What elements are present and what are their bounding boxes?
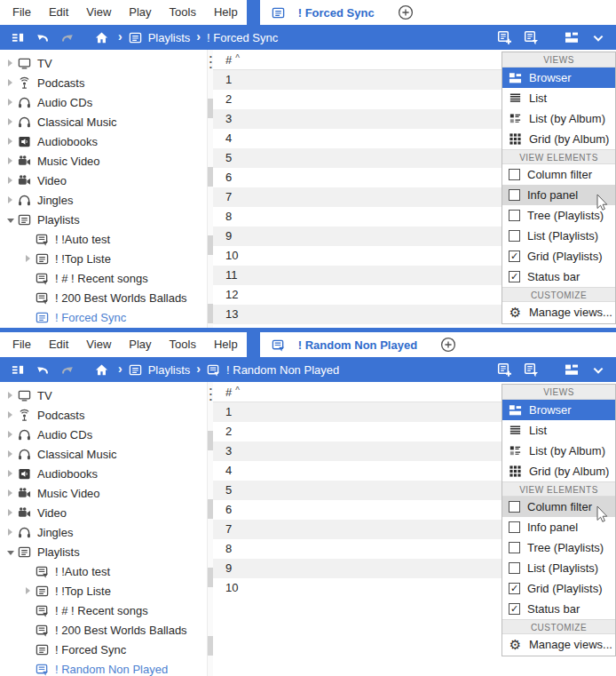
toggle-column-filter[interactable]: Column filter: [502, 164, 615, 185]
redo-button[interactable]: [57, 27, 78, 48]
sidebar-item-recent-songs[interactable]: ! # ! Recent songs: [0, 600, 207, 620]
undo-button[interactable]: [32, 27, 53, 48]
menu-help[interactable]: Help: [205, 0, 247, 25]
checkbox-unchecked[interactable]: [509, 562, 520, 574]
sidebar-item-podcasts[interactable]: Podcasts: [0, 405, 207, 425]
expand-icon[interactable]: [4, 431, 17, 438]
sidebar-item-jingles[interactable]: Jingles: [0, 190, 207, 210]
sidebar-item-forced-sync[interactable]: ! Forced Sync: [0, 307, 207, 327]
toggle-status-bar[interactable]: Status bar: [502, 266, 615, 287]
toggle-column-filter[interactable]: Column filter: [502, 497, 615, 517]
checkbox-unchecked[interactable]: [509, 521, 520, 533]
view-option-grid-by-album[interactable]: Grid (by Album): [502, 129, 615, 149]
expand-icon[interactable]: [4, 489, 17, 497]
expand-icon[interactable]: [4, 157, 17, 164]
sidebar-item-video[interactable]: Video: [0, 503, 207, 522]
sidebar-item-podcasts[interactable]: Podcasts: [0, 73, 207, 92]
view-option-list[interactable]: List: [502, 420, 615, 441]
expand-icon[interactable]: [4, 411, 17, 418]
expand-icon[interactable]: [4, 529, 17, 536]
filter-playlist-button[interactable]: [520, 27, 541, 48]
toggle-grid-playlists[interactable]: Grid (Playlists): [502, 246, 615, 266]
checkbox-checked[interactable]: [509, 603, 520, 615]
menu-help[interactable]: Help: [205, 332, 247, 357]
sidebar-item-audio-cds[interactable]: Audio CDs: [0, 92, 207, 112]
menu-play[interactable]: Play: [120, 0, 160, 25]
toggle-list-playlists[interactable]: List (Playlists): [502, 558, 615, 578]
breadcrumb-current[interactable]: ! Random Non Played: [226, 363, 339, 377]
sidebar-item-playlists[interactable]: Playlists: [0, 210, 207, 229]
home-icon[interactable]: [91, 359, 112, 380]
sidebar-item-200-best[interactable]: ! 200 Best Worlds Ballads: [0, 620, 207, 640]
toggle-info-panel[interactable]: Info panel: [502, 185, 615, 205]
sidebar-item-random-non-played[interactable]: ! Random Non Played: [0, 659, 207, 676]
splitter-grip-icon[interactable]: [208, 386, 214, 402]
tree-list-splitter[interactable]: [207, 50, 213, 328]
expand-icon[interactable]: [4, 470, 17, 477]
tree-list-splitter[interactable]: [207, 382, 213, 676]
checkbox-checked[interactable]: [509, 251, 520, 262]
menu-edit[interactable]: Edit: [40, 332, 77, 357]
new-tab-button[interactable]: [397, 4, 415, 21]
menu-edit[interactable]: Edit: [40, 0, 77, 25]
expand-icon[interactable]: [4, 509, 17, 516]
menu-tools[interactable]: Tools: [161, 0, 205, 25]
sidebar-item-classical-music[interactable]: Classical Music: [0, 444, 207, 464]
tab-random-non-played[interactable]: ! Random Non Played: [260, 332, 429, 357]
checkbox-unchecked[interactable]: [509, 189, 520, 201]
send-to-playlist-button[interactable]: [494, 359, 515, 380]
breadcrumb-playlists[interactable]: Playlists: [148, 31, 191, 44]
sidebar-item-music-video[interactable]: Music Video: [0, 151, 207, 171]
expand-icon[interactable]: [4, 138, 17, 145]
expand-icon[interactable]: [4, 392, 17, 399]
checkbox-checked[interactable]: [509, 271, 520, 282]
home-icon[interactable]: [91, 27, 112, 48]
view-options-chevron-button[interactable]: [588, 27, 609, 48]
sidebar-item-playlists[interactable]: Playlists: [0, 542, 207, 561]
expand-icon[interactable]: [21, 587, 35, 594]
redo-button[interactable]: [57, 359, 78, 380]
view-layout-button[interactable]: [561, 27, 582, 48]
sidebar-item-200-best[interactable]: ! 200 Best Worlds Ballads: [0, 288, 207, 307]
expand-icon[interactable]: [4, 196, 17, 203]
new-tab-button[interactable]: [439, 336, 457, 354]
view-option-list-by-album[interactable]: List (by Album): [502, 441, 615, 461]
tab-forced-sync[interactable]: ! Forced Sync: [260, 0, 386, 25]
sidebar-item-classical-music[interactable]: Classical Music: [0, 112, 207, 131]
undo-button[interactable]: [32, 359, 53, 380]
expand-icon[interactable]: [21, 255, 35, 262]
sidebar-item-auto-test[interactable]: ! !Auto test: [0, 561, 207, 581]
sidebar-item-music-video[interactable]: Music Video: [0, 483, 207, 503]
toggle-tree-playlists[interactable]: Tree (Playlists): [502, 537, 615, 558]
expand-icon[interactable]: [4, 99, 17, 106]
breadcrumb-current[interactable]: ! Forced Sync: [207, 31, 278, 44]
send-to-playlist-button[interactable]: [494, 27, 515, 48]
sidebar-item-recent-songs[interactable]: ! # ! Recent songs: [0, 268, 207, 288]
checkbox-unchecked[interactable]: [509, 230, 520, 242]
splitter-grip-icon[interactable]: [208, 53, 214, 69]
collapse-icon[interactable]: [4, 217, 17, 223]
expand-icon[interactable]: [4, 177, 17, 184]
view-option-grid-by-album[interactable]: Grid (by Album): [502, 461, 615, 481]
view-option-browser[interactable]: Browser: [502, 400, 615, 420]
checkbox-unchecked[interactable]: [509, 169, 520, 180]
menu-file[interactable]: File: [4, 332, 40, 357]
sidebar-item-audio-cds[interactable]: Audio CDs: [0, 425, 207, 444]
manage-views-button[interactable]: ⚙Manage views...: [502, 302, 615, 322]
sidebar-item-forced-sync[interactable]: ! Forced Sync: [0, 640, 207, 659]
sidebar-toggle-button[interactable]: [7, 27, 28, 48]
checkbox-unchecked[interactable]: [509, 542, 520, 553]
manage-views-button[interactable]: ⚙Manage views...: [502, 634, 615, 655]
sidebar-item-auto-test[interactable]: ! !Auto test: [0, 229, 207, 249]
toggle-grid-playlists[interactable]: Grid (Playlists): [502, 578, 615, 599]
view-option-list[interactable]: List: [502, 88, 615, 108]
toggle-list-playlists[interactable]: List (Playlists): [502, 226, 615, 246]
filter-playlist-button[interactable]: [520, 359, 541, 380]
collapse-icon[interactable]: [4, 549, 17, 555]
view-option-browser[interactable]: Browser: [502, 68, 615, 88]
menu-tools[interactable]: Tools: [161, 332, 205, 357]
menu-file[interactable]: File: [4, 0, 40, 25]
view-layout-button[interactable]: [561, 359, 582, 380]
sidebar-toggle-button[interactable]: [7, 359, 28, 380]
sidebar-item-tv[interactable]: TV: [0, 53, 207, 73]
